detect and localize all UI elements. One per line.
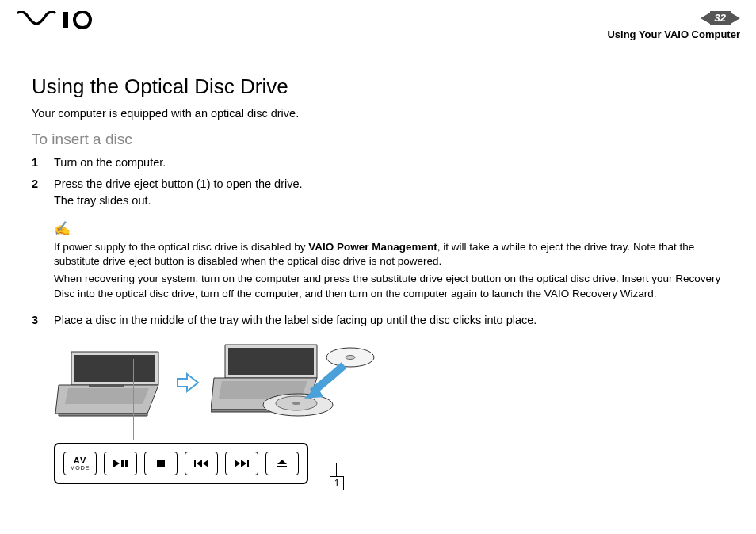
svg-marker-19	[113, 460, 120, 467]
step-2: 2 Press the drive eject button (1) to op…	[32, 176, 732, 209]
step-text: Press the drive eject button (1) to open…	[54, 176, 303, 193]
laptop-closed-image	[54, 349, 165, 417]
note-text: When recovering your system, turn on the…	[54, 272, 732, 300]
av-mode-button: AV MODE	[63, 452, 97, 475]
page-number: 32	[710, 11, 731, 25]
svg-marker-9	[228, 348, 314, 375]
svg-point-1	[74, 12, 90, 28]
button-label: AV	[74, 456, 86, 465]
svg-rect-30	[277, 466, 287, 467]
prev-page-icon[interactable]	[701, 13, 710, 24]
step-3: 3 Place a disc in the middle of the tray…	[32, 312, 732, 329]
media-button-panel: AV MODE	[54, 443, 308, 484]
step-text: The tray slides out.	[54, 193, 303, 209]
next-track-button	[225, 452, 258, 475]
step-1: 1 Turn on the computer.	[32, 154, 732, 171]
svg-marker-3	[74, 355, 155, 382]
stop-button	[144, 452, 178, 475]
note-block: ✍ If power supply to the optical disc dr…	[54, 220, 732, 301]
svg-marker-27	[241, 460, 246, 467]
svg-rect-22	[157, 460, 165, 467]
button-label: MODE	[71, 465, 90, 471]
step-text: Turn on the computer.	[54, 154, 166, 171]
svg-marker-5	[59, 414, 147, 416]
note-text: If power supply to the optical disc driv…	[54, 241, 308, 253]
svg-point-17	[346, 355, 355, 359]
svg-marker-6	[65, 388, 149, 404]
illustration: AV MODE 1	[54, 343, 395, 484]
note-bold: VAIO Power Management	[308, 241, 437, 253]
svg-marker-26	[235, 460, 240, 467]
play-pause-button	[104, 452, 137, 475]
breadcrumb: Using Your VAIO Computer	[607, 29, 740, 40]
eject-button	[265, 452, 299, 475]
svg-marker-25	[203, 460, 208, 467]
section-subtitle: To insert a disc	[32, 131, 732, 148]
callout-number: 1	[330, 476, 344, 490]
svg-rect-23	[194, 460, 196, 467]
svg-rect-0	[63, 12, 68, 28]
step-number: 3	[32, 312, 54, 329]
step-number: 1	[32, 154, 54, 171]
callout-line	[133, 359, 134, 440]
svg-marker-24	[197, 460, 202, 467]
svg-rect-21	[125, 460, 128, 467]
arrow-right-icon	[176, 371, 200, 395]
vaio-logo	[17, 11, 94, 32]
prev-track-button	[185, 452, 218, 475]
note-icon: ✍	[54, 220, 732, 238]
next-page-icon[interactable]	[731, 13, 740, 24]
svg-rect-7	[89, 384, 124, 387]
callout-line	[336, 463, 337, 476]
svg-point-15	[292, 402, 300, 405]
svg-marker-29	[277, 460, 287, 464]
laptop-open-disc-image	[211, 343, 385, 422]
step-text: Place a disc in the middle of the tray w…	[54, 312, 536, 329]
intro-text: Your computer is equipped with an optica…	[32, 107, 732, 120]
svg-rect-20	[121, 460, 124, 467]
page-title: Using the Optical Disc Drive	[32, 74, 732, 99]
svg-rect-28	[247, 460, 249, 467]
step-number: 2	[32, 176, 54, 209]
